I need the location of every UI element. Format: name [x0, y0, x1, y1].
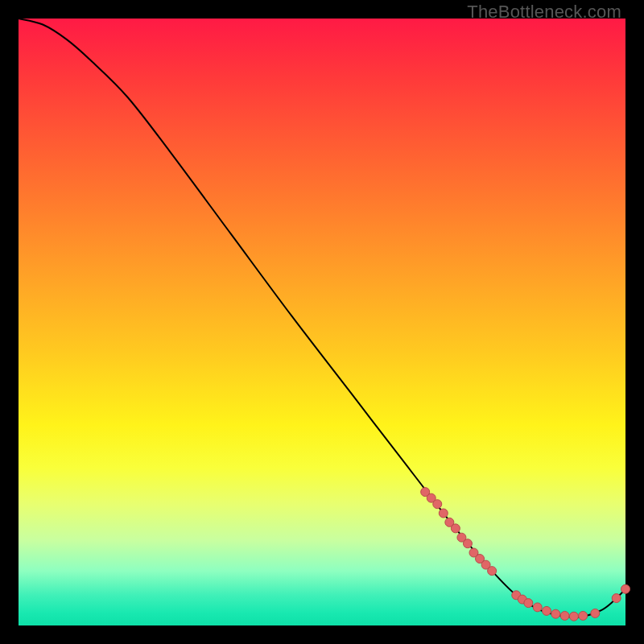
- data-point: [612, 594, 621, 603]
- data-point: [451, 524, 460, 533]
- data-point: [569, 612, 578, 621]
- chart-svg: [19, 19, 625, 625]
- data-point: [621, 584, 630, 593]
- data-point: [591, 609, 600, 617]
- bottleneck-curve: [19, 19, 625, 617]
- data-point: [533, 603, 542, 612]
- data-point: [560, 611, 569, 620]
- data-point: [488, 567, 497, 576]
- watermark-label: TheBottleneck.com: [467, 2, 621, 23]
- data-point: [439, 509, 448, 518]
- plot-area: [19, 19, 625, 625]
- data-point: [551, 609, 560, 618]
- data-point: [433, 500, 442, 509]
- data-point: [524, 599, 533, 608]
- chart-container: TheBottleneck.com: [0, 0, 644, 644]
- data-points: [421, 488, 630, 621]
- data-point: [463, 539, 472, 548]
- data-point: [579, 611, 588, 620]
- data-point: [542, 606, 551, 615]
